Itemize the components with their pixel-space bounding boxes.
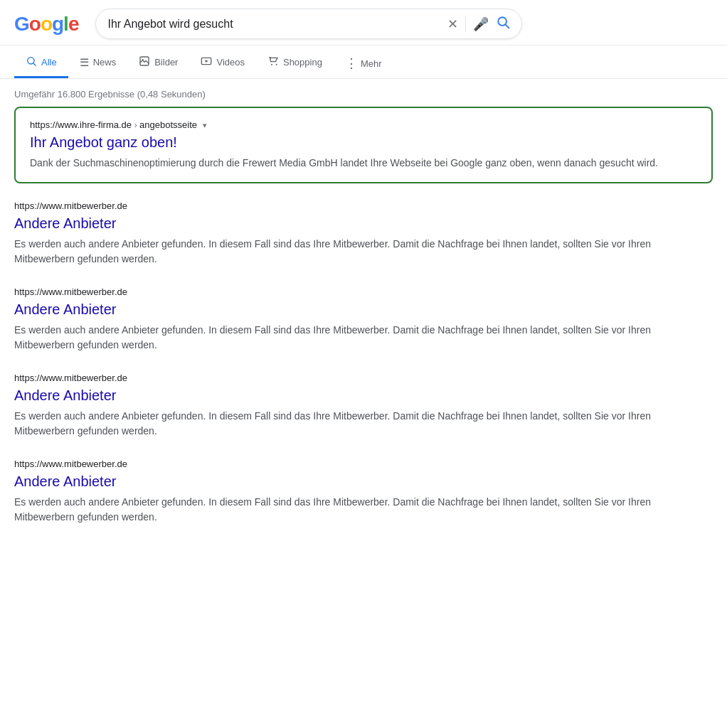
result-url-3: https://www.mitbewerber.de: [14, 373, 713, 383]
vertical-divider: [465, 16, 466, 32]
logo-letter-g2: g: [52, 13, 63, 36]
tab-bilder[interactable]: Bilder: [127, 48, 189, 78]
tab-alle[interactable]: Alle: [14, 48, 68, 78]
svg-point-9: [276, 64, 277, 65]
tab-news[interactable]: ☰ News: [68, 49, 128, 78]
google-logo: Google: [14, 13, 78, 36]
result-title-1[interactable]: Andere Anbieter: [14, 214, 713, 232]
search-input[interactable]: [107, 18, 442, 31]
clear-icon[interactable]: ✕: [447, 16, 458, 32]
svg-line-1: [506, 25, 509, 28]
result-url-1: https://www.mitbewerber.de: [14, 200, 713, 211]
featured-url-text: https://www.ihre-firma.de: [30, 119, 132, 130]
result-url-text-1: https://www.mitbewerber.de: [14, 200, 127, 211]
result-title-3[interactable]: Andere Anbieter: [14, 386, 713, 405]
result-url-text-4: https://www.mitbewerber.de: [14, 459, 127, 469]
tab-mehr-label: Mehr: [361, 58, 382, 69]
result-snippet-2: Es werden auch andere Anbieter gefunden.…: [14, 323, 713, 353]
videos-icon: [201, 55, 212, 69]
result-item-4: https://www.mitbewerber.de Andere Anbiet…: [14, 459, 713, 525]
tab-videos-label: Videos: [216, 57, 245, 68]
featured-result: https://www.ihre-firma.de › angebotsseit…: [14, 107, 713, 183]
result-snippet-1: Es werden auch andere Anbieter gefunden.…: [14, 237, 713, 267]
logo-letter-g: G: [14, 13, 29, 36]
result-url-2: https://www.mitbewerber.de: [14, 287, 713, 297]
svg-line-3: [33, 63, 36, 65]
featured-breadcrumb: angebotsseite: [139, 119, 197, 130]
logo-letter-l: l: [63, 13, 68, 36]
result-url-text-3: https://www.mitbewerber.de: [14, 373, 127, 383]
header: Google ✕ 🎤: [0, 0, 727, 46]
tab-shopping[interactable]: Shopping: [256, 48, 334, 78]
mehr-dots-icon: ⋮: [345, 55, 358, 71]
tab-bilder-label: Bilder: [154, 57, 178, 68]
svg-marker-7: [206, 60, 208, 63]
result-item-1: https://www.mitbewerber.de Andere Anbiet…: [14, 200, 713, 267]
search-bar-icons: ✕ 🎤: [447, 15, 510, 33]
news-icon: ☰: [80, 56, 89, 69]
tab-mehr[interactable]: ⋮ Mehr: [334, 48, 393, 78]
search-bar: ✕ 🎤: [95, 9, 522, 39]
logo-letter-o1: o: [29, 13, 41, 36]
search-button-icon[interactable]: [496, 15, 510, 33]
featured-result-url: https://www.ihre-firma.de › angebotsseit…: [30, 119, 697, 130]
results-stats-text: Umgefähr 16.800 Ergebnisse (0,48 Sekunde…: [14, 89, 206, 100]
result-title-4[interactable]: Andere Anbieter: [14, 472, 713, 491]
tab-news-label: News: [93, 57, 117, 68]
result-url-text-2: https://www.mitbewerber.de: [14, 287, 127, 297]
result-url-4: https://www.mitbewerber.de: [14, 459, 713, 469]
tab-alle-label: Alle: [41, 57, 57, 68]
result-snippet-4: Es werden auch andere Anbieter gefunden.…: [14, 495, 713, 525]
featured-result-title[interactable]: Ihr Angebot ganz oben!: [30, 133, 697, 151]
featured-result-snippet: Dank der Suchmaschinenoptimierung durch …: [30, 156, 697, 171]
breadcrumb-separator: ›: [134, 120, 139, 130]
bilder-icon: [139, 55, 150, 69]
logo-letter-e: e: [68, 13, 79, 36]
results-stats: Umgefähr 16.800 Ergebnisse (0,48 Sekunde…: [0, 79, 727, 107]
svg-point-8: [271, 64, 272, 65]
result-item-2: https://www.mitbewerber.de Andere Anbiet…: [14, 287, 713, 353]
shopping-icon: [267, 55, 279, 69]
result-title-2[interactable]: Andere Anbieter: [14, 300, 713, 318]
dropdown-arrow-icon[interactable]: ▾: [203, 121, 207, 129]
result-item-3: https://www.mitbewerber.de Andere Anbiet…: [14, 373, 713, 439]
nav-tabs: Alle ☰ News Bilder Videos: [0, 46, 727, 79]
results-container: https://www.ihre-firma.de › angebotsseit…: [0, 107, 727, 525]
result-snippet-3: Es werden auch andere Anbieter gefunden.…: [14, 409, 713, 439]
tab-shopping-label: Shopping: [283, 57, 322, 68]
logo-letter-o2: o: [41, 13, 52, 36]
mic-icon[interactable]: 🎤: [473, 16, 489, 32]
alle-icon: [26, 55, 37, 69]
tab-videos[interactable]: Videos: [189, 48, 256, 78]
